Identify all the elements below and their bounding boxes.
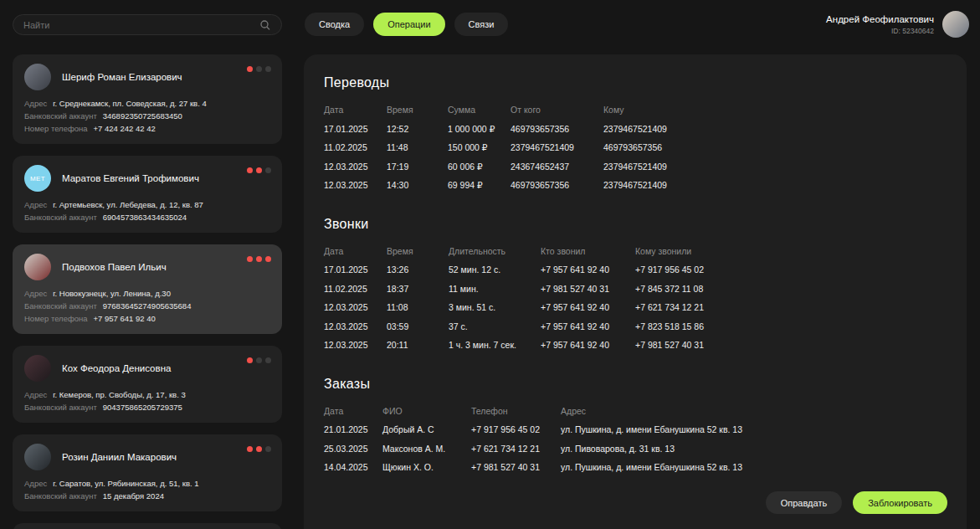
justify-button[interactable]: Оправдать [766, 491, 843, 514]
tab-сводка[interactable]: Сводка [305, 13, 364, 36]
status-dot-red [247, 357, 253, 363]
table-cell: 18:37 [387, 284, 449, 294]
table-header-row: ДатаВремяСуммаОт когоКому [324, 100, 947, 120]
block-button[interactable]: Заблокировать [853, 491, 947, 514]
table-row: 12.03.202511:083 мин. 51 с.+7 957 641 92… [324, 298, 947, 317]
column-header: От кого [511, 105, 603, 115]
status-dots [247, 167, 271, 173]
field-label: Адрес [24, 198, 47, 211]
person-name: Кох Феодора Денисовна [62, 363, 171, 373]
field-value: 97683645274905635684 [103, 300, 192, 312]
partial-card[interactable] [13, 523, 282, 529]
field-value: +7 424 242 42 42 [94, 122, 156, 135]
person-name: Маратов Евгений Трофимович [62, 173, 199, 183]
person-avatar: МЕТ [24, 165, 51, 192]
tab-связи[interactable]: Связи [454, 13, 509, 36]
status-dots [247, 357, 271, 363]
column-header: Кто звонил [541, 246, 635, 256]
table-row: 12.03.202514:3069 994 ₽46979365735623794… [324, 176, 947, 195]
current-user-id: ID: 52340642 [826, 27, 934, 35]
table-cell: 150 000 ₽ [448, 142, 511, 152]
search-icon[interactable] [259, 19, 271, 31]
column-header: Сумма [448, 105, 511, 115]
table-cell: Щюкин Х. О. [382, 462, 471, 472]
current-user-name: Андрей Феофилактович [826, 14, 934, 24]
status-dot-red [265, 256, 271, 262]
table-row: 25.03.2025Максонов А. М.+7 621 734 12 21… [324, 439, 947, 459]
person-avatar [24, 64, 51, 90]
table-cell: +7 957 641 92 40 [541, 340, 635, 350]
table-cell: 469793657356 [511, 180, 603, 190]
table-header-row: ДатаФИОТелефонАдрес [324, 402, 947, 421]
table-cell: +7 981 527 40 31 [471, 462, 561, 472]
field-value: 904375865205729375 [103, 401, 182, 413]
person-name: Шериф Роман Елизарович [62, 72, 182, 82]
field-value: 15 декабря 2024 [103, 490, 164, 502]
orders-table: ДатаФИОТелефонАдрес21.01.2025Добрый А. С… [324, 402, 947, 477]
table-cell: 14:30 [387, 180, 448, 190]
column-header: Адрес [561, 406, 947, 416]
status-dots [247, 66, 271, 72]
orders-title: Заказы [324, 377, 947, 392]
table-cell: 11:48 [387, 142, 448, 152]
table-cell: 17.01.2025 [324, 264, 387, 275]
table-row: 11.02.202511:48150 000 ₽2379467521409469… [324, 138, 947, 157]
field-value: +7 957 641 92 40 [94, 312, 156, 325]
table-cell: 03:59 [387, 321, 449, 331]
person-field: Адресг. Саратов, ул. Рябининская, д. 51,… [24, 477, 270, 490]
table-cell: 11.02.2025 [324, 284, 387, 294]
status-dots [247, 446, 271, 452]
field-label: Адрес [24, 477, 47, 490]
person-card[interactable]: Подвохов Павел ИльичАдресг. Новокузнецк,… [13, 244, 282, 334]
table-cell: 14.04.2025 [324, 462, 382, 472]
table-cell: 17:19 [387, 162, 448, 172]
search-input[interactable] [23, 20, 259, 30]
tab-bar: СводкаОперацииСвязи [305, 13, 508, 36]
field-label: Банковский аккаунт [24, 110, 97, 122]
table-cell: 469793657356 [511, 124, 603, 134]
calls-title: Звонки [324, 217, 947, 232]
status-dot-red [247, 167, 253, 173]
search-bar[interactable] [13, 14, 282, 35]
column-header: Дата [324, 406, 382, 416]
table-cell: +7 845 372 11 08 [635, 284, 947, 294]
table-row: 12.03.202517:1960 006 ₽24367465243723794… [324, 157, 947, 177]
person-field: Адресг. Артемьевск, ул. Лебедева, д. 12,… [24, 198, 270, 211]
table-cell: 12.03.2025 [324, 340, 387, 350]
person-field: Банковский аккаунт97683645274905635684 [24, 300, 270, 312]
table-cell: +7 823 518 15 86 [635, 321, 947, 331]
table-cell: 1 ч. 3 мин. 7 сек. [449, 340, 541, 350]
column-header: Дата [324, 105, 387, 115]
column-header: Дата [324, 246, 387, 256]
person-card[interactable]: МЕТМаратов Евгений ТрофимовичАдресг. Арт… [13, 156, 282, 233]
table-cell: 2379467521409 [603, 162, 947, 172]
table-cell: 12:52 [387, 124, 448, 134]
person-name: Розин Даниил Макарович [62, 452, 177, 462]
field-value: г. Саратов, ул. Рябининская, д. 51, кв. … [53, 477, 198, 490]
field-label: Адрес [24, 388, 47, 401]
person-card[interactable]: Кох Феодора ДенисовнаАдресг. Кемеров, пр… [13, 346, 282, 423]
person-field: Банковский аккаунт15 декабря 2024 [24, 490, 270, 502]
table-row: 14.04.2025Щюкин Х. О.+7 981 527 40 31ул.… [324, 458, 947, 477]
field-label: Банковский аккаунт [24, 401, 97, 413]
person-field: Банковский аккаунт904375865205729375 [24, 401, 270, 413]
table-cell: +7 957 641 92 40 [541, 321, 635, 331]
field-value: 346892350725683450 [103, 110, 182, 122]
field-value: г. Кемеров, пр. Свободы, д. 17, кв. 3 [53, 388, 186, 401]
status-dot-red [247, 66, 253, 72]
current-user-avatar[interactable] [942, 11, 969, 38]
table-cell: +7 917 956 45 02 [635, 264, 947, 275]
field-label: Адрес [24, 287, 47, 300]
status-dot-gray [265, 66, 271, 72]
tab-операции[interactable]: Операции [373, 13, 444, 36]
table-row: 21.01.2025Добрый А. С+7 917 956 45 02ул.… [324, 420, 947, 439]
table-cell: 20:11 [387, 340, 449, 350]
field-label: Банковский аккаунт [24, 490, 97, 502]
table-cell: 60 006 ₽ [448, 162, 511, 172]
person-card[interactable]: Шериф Роман ЕлизаровичАдресг. Среднекамс… [13, 54, 282, 144]
table-cell: 11.02.2025 [324, 142, 387, 152]
current-user[interactable]: Андрей Феофилактович ID: 52340642 [826, 11, 969, 38]
table-cell: +7 621 734 12 21 [635, 302, 947, 312]
calls-table: ДатаВремяДлительностьКто звонилКому звон… [324, 242, 947, 355]
person-card[interactable]: Розин Даниил МакаровичАдресг. Саратов, у… [13, 434, 282, 511]
